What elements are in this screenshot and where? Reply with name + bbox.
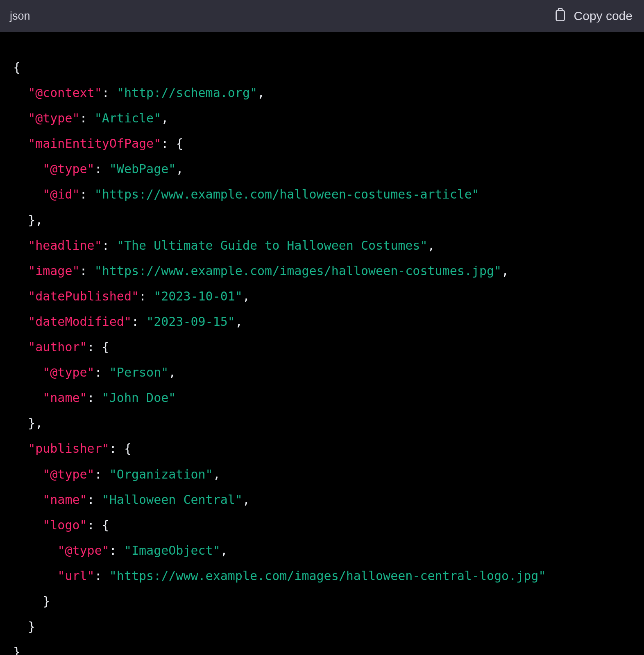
clipboard-icon <box>553 7 567 25</box>
svg-rect-0 <box>556 10 564 20</box>
language-label: json <box>10 10 30 23</box>
copy-code-label: Copy code <box>574 9 633 23</box>
code-block-header: json Copy code <box>0 0 644 32</box>
copy-code-button[interactable]: Copy code <box>553 7 633 25</box>
code-content: { "@context": "http://schema.org", "@typ… <box>0 32 644 655</box>
